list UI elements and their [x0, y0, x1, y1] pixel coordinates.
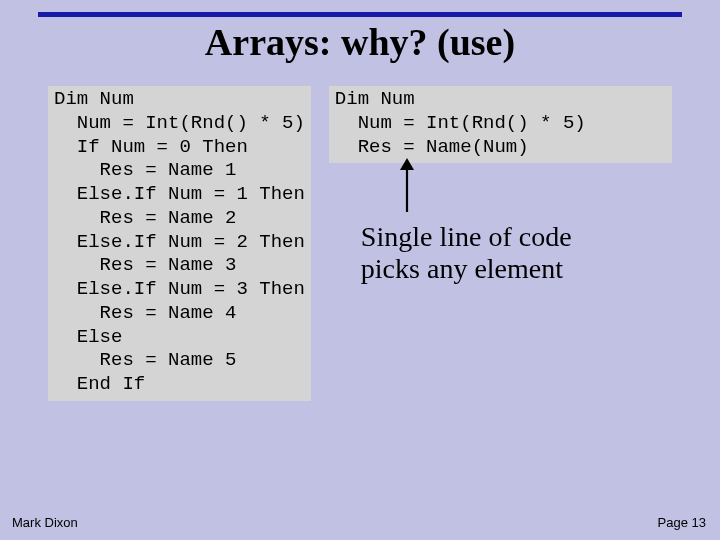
- caption-line-1: Single line of code: [361, 221, 572, 252]
- title-rule: [38, 12, 682, 17]
- page-title: Arrays: why? (use): [0, 20, 720, 64]
- code-block-left: Dim Num Num = Int(Rnd() * 5) If Num = 0 …: [48, 86, 311, 401]
- footer-page-number: Page 13: [658, 515, 706, 530]
- caption-text: Single line of code picks any element: [361, 221, 572, 285]
- code-block-right: Dim Num Num = Int(Rnd() * 5) Res = Name(…: [329, 86, 672, 163]
- caption-line-2: picks any element: [361, 253, 563, 284]
- right-column: Dim Num Num = Int(Rnd() * 5) Res = Name(…: [329, 86, 672, 401]
- svg-marker-1: [400, 158, 414, 170]
- footer-author: Mark Dixon: [12, 515, 78, 530]
- content-area: Dim Num Num = Int(Rnd() * 5) If Num = 0 …: [48, 86, 672, 401]
- arrow-up-icon: [397, 158, 417, 214]
